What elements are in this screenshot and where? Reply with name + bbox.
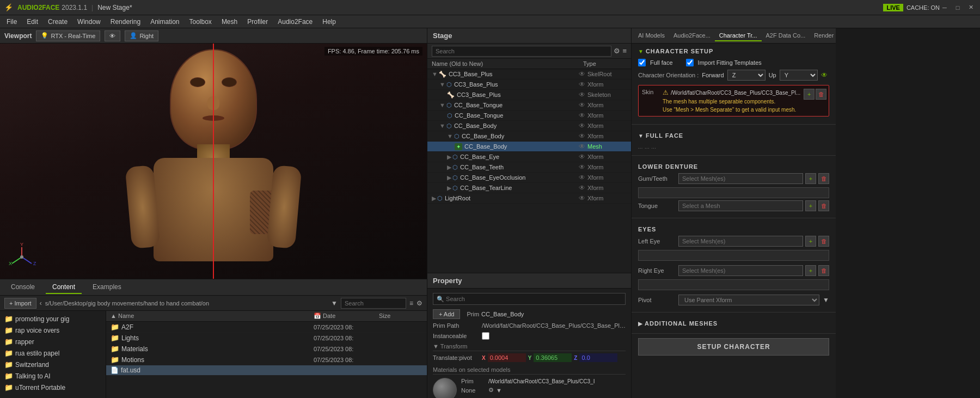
- tree-row-lightroot[interactable]: ▶ ⬡ LightRoot 👁 Xform: [427, 193, 631, 204]
- file-row-materials[interactable]: 📁Materials 07/25/2023 08:: [106, 344, 427, 354]
- gum-teeth-input[interactable]: [678, 173, 803, 184]
- instanceable-checkbox[interactable]: [482, 332, 489, 340]
- menu-item-window[interactable]: Window: [73, 17, 105, 27]
- visibility-icon[interactable]: 👁: [579, 194, 587, 202]
- skin-add-button[interactable]: +: [804, 89, 814, 100]
- tab-audio2face[interactable]: Audio2Face...: [669, 30, 715, 41]
- tree-row-cc3skelroot[interactable]: ▼ 🦴 CC3_Base_Plus 👁 SkelRoot: [427, 69, 631, 79]
- full-face-checkbox[interactable]: [638, 59, 646, 66]
- import-button[interactable]: + Import: [4, 298, 36, 309]
- z-input[interactable]: [579, 353, 617, 362]
- close-button[interactable]: ✕: [966, 3, 976, 13]
- sidebar-item-rua[interactable]: 📁 rua estilo papel: [0, 347, 106, 359]
- view-button[interactable]: 👤 Right: [125, 30, 158, 41]
- tree-row-tongue-xform1[interactable]: ▼ ⬡ CC_Base_Tongue 👁 Xform: [427, 100, 631, 111]
- rtx-button[interactable]: 💡 RTX - Real-Time: [36, 30, 100, 41]
- sidebar-item-talking[interactable]: 📁 Talking to AI: [0, 370, 106, 382]
- sidebar-item-rapper[interactable]: 📁 rapper: [0, 336, 106, 347]
- forward-z-select[interactable]: ZXY: [727, 70, 765, 81]
- left-eye-add-button[interactable]: +: [805, 236, 816, 247]
- menu-item-animation[interactable]: Animation: [146, 17, 183, 27]
- file-row-fat-usd[interactable]: 📄fat.usd: [106, 365, 427, 376]
- content-search-input[interactable]: [341, 298, 406, 309]
- menu-item-create[interactable]: Create: [44, 17, 72, 27]
- right-eye-delete-button[interactable]: 🗑: [818, 265, 829, 276]
- visibility-icon[interactable]: 👁: [579, 101, 587, 109]
- sidebar-item-rap[interactable]: 📁 rap voice overs: [0, 324, 106, 336]
- import-fitting-checkbox[interactable]: [686, 59, 694, 66]
- file-row-lights[interactable]: 📁Lights 07/25/2023 08:: [106, 333, 427, 344]
- file-row-motions[interactable]: 📁Motions 07/25/2023 08:: [106, 354, 427, 365]
- property-search-input[interactable]: [433, 293, 626, 305]
- right-eye-add-button[interactable]: +: [805, 265, 816, 276]
- left-eye-input[interactable]: [678, 236, 803, 247]
- visibility-icon[interactable]: 👁: [579, 70, 587, 78]
- gum-teeth-add-button[interactable]: +: [805, 173, 816, 184]
- tree-row-cc3xform1[interactable]: ▼ ⬡ CC3_Base_Plus 👁 Xform: [427, 79, 631, 90]
- menu-item-profiler[interactable]: Profiler: [243, 17, 272, 27]
- tab-content[interactable]: Content: [46, 281, 82, 294]
- up-y-select[interactable]: YXZ: [780, 70, 818, 81]
- sidebar-item-switzerland[interactable]: 📁 Switzerland: [0, 359, 106, 370]
- tree-row-body-xform2[interactable]: ▼ ⬡ CC_Base_Body 👁 Xform: [427, 131, 631, 142]
- visibility-icon[interactable]: 👁: [579, 163, 587, 171]
- path-dropdown-icon[interactable]: ▼: [331, 299, 338, 307]
- tree-row-body-xform1[interactable]: ▼ ⬡ CC_Base_Body 👁 Xform: [427, 121, 631, 131]
- gum-teeth-delete-button[interactable]: 🗑: [818, 173, 829, 184]
- visibility-icon[interactable]: 👁: [579, 122, 587, 130]
- tree-row-tearline-xform[interactable]: ▶ ⬡ CC_Base_TearLine 👁 Xform: [427, 183, 631, 193]
- tab-a2f-data[interactable]: A2F Data Co...: [762, 30, 810, 41]
- menu-item-edit[interactable]: Edit: [22, 17, 42, 27]
- property-add-button[interactable]: + Add: [433, 309, 460, 319]
- mat-val-icon[interactable]: ⚙: [488, 387, 494, 394]
- filter-icon[interactable]: ⚙: [416, 299, 422, 307]
- visibility-icon[interactable]: 👁: [579, 91, 587, 99]
- visibility-icon[interactable]: 👁: [579, 132, 587, 140]
- mat-dropdown-icon[interactable]: ▼: [496, 387, 502, 394]
- sidebar-item-utorrent[interactable]: 📁 uTorrent Portable: [0, 382, 106, 393]
- tab-ai-models[interactable]: AI Models: [634, 30, 669, 41]
- visibility-icon[interactable]: 👁: [579, 81, 587, 88]
- tree-row-eye-xform[interactable]: ▶ ⬡ CC_Base_Eye 👁 Xform: [427, 152, 631, 162]
- stage-menu-icon[interactable]: ≡: [622, 47, 627, 55]
- tree-row-body-mesh[interactable]: ✦ CC_Base_Body 👁 Mesh: [427, 142, 631, 152]
- tongue-input[interactable]: [678, 200, 803, 211]
- visibility-icon[interactable]: 👁: [579, 153, 587, 161]
- minimize-button[interactable]: ─: [940, 3, 950, 13]
- left-eye-delete-button[interactable]: 🗑: [818, 236, 829, 247]
- stage-filter-icon[interactable]: ⚙: [614, 47, 620, 55]
- menu-item-audio2face[interactable]: Audio2Face: [273, 17, 317, 27]
- visibility-icon[interactable]: 👁: [579, 184, 587, 192]
- right-eye-input[interactable]: [678, 265, 803, 276]
- tree-row-teeth-xform[interactable]: ▶ ⬡ CC_Base_Teeth 👁 Xform: [427, 162, 631, 173]
- pivot-dropdown-icon[interactable]: ▼: [823, 296, 829, 304]
- sidebar-item-promoting[interactable]: 📁 promoting your gig: [0, 313, 106, 324]
- maximize-button[interactable]: □: [953, 3, 963, 13]
- menu-item-rendering[interactable]: Rendering: [106, 17, 145, 27]
- menu-item-help[interactable]: Help: [318, 17, 340, 27]
- visibility-icon[interactable]: 👁: [579, 174, 587, 181]
- file-row-a2f[interactable]: 📁A2F 07/25/2023 08:: [106, 322, 427, 333]
- camera-button[interactable]: 👁: [105, 30, 120, 41]
- tongue-delete-button[interactable]: 🗑: [818, 200, 829, 211]
- tongue-add-button[interactable]: +: [805, 200, 816, 211]
- y-input[interactable]: [534, 353, 572, 362]
- tree-row-tongue-xform2[interactable]: ⬡ CC_Base_Tongue 👁 Xform: [427, 111, 631, 121]
- tree-row-eyeocc-xform[interactable]: ▶ ⬡ CC_Base_EyeOcclusion 👁 Xform: [427, 173, 631, 183]
- menu-item-file[interactable]: File: [2, 17, 21, 27]
- list-view-icon[interactable]: ≡: [409, 299, 413, 307]
- tab-character-tr[interactable]: Character Tr...: [715, 30, 762, 41]
- visibility-icon[interactable]: 👁: [579, 143, 587, 150]
- menu-item-mesh[interactable]: Mesh: [217, 17, 242, 27]
- visibility-icon[interactable]: 👁: [579, 112, 587, 119]
- tree-row-cc3skeleton[interactable]: 🦴 CC3_Base_Plus 👁 Skeleton: [427, 90, 631, 100]
- back-icon[interactable]: ‹: [40, 299, 42, 307]
- pivot-select[interactable]: Use Parent Xform: [678, 295, 819, 305]
- setup-character-button[interactable]: SETUP CHARACTER: [638, 338, 829, 356]
- tab-render-setti[interactable]: Render Setti...: [810, 30, 836, 41]
- tab-examples[interactable]: Examples: [86, 281, 128, 294]
- stage-search-input[interactable]: [432, 46, 611, 57]
- tab-console[interactable]: Console: [4, 281, 41, 294]
- skin-delete-button[interactable]: 🗑: [816, 89, 826, 100]
- orientation-eye-icon[interactable]: 👁: [821, 71, 828, 79]
